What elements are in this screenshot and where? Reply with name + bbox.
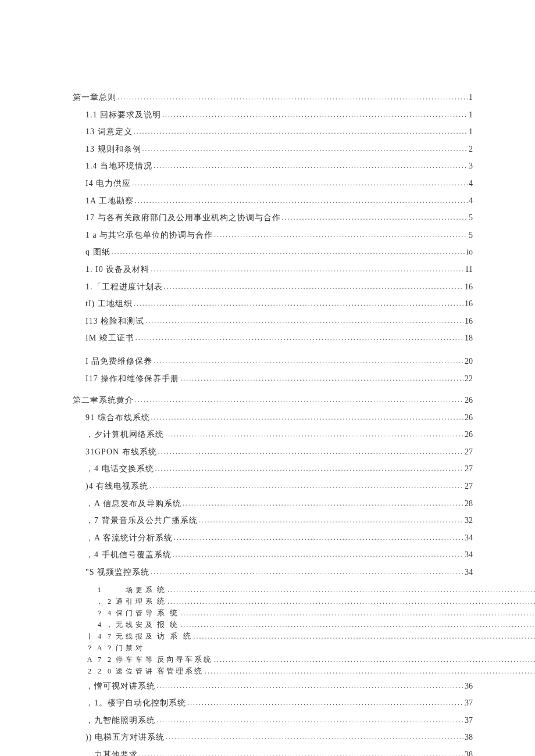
- toc-page-number: 34: [463, 567, 473, 578]
- toc-page-number: 5: [468, 212, 473, 224]
- toc-vrow: 访 系 统36: [155, 630, 535, 642]
- toc-vrow-label: 报 统: [155, 619, 179, 630]
- toc-leader-dots: [192, 630, 536, 642]
- toc-entry-label: ，夕计算机网络系统: [85, 429, 164, 440]
- toc-entry-label: 13 词意定义: [85, 126, 133, 138]
- toc-leader-dots: [165, 732, 463, 742]
- toc-leader-dots: [166, 596, 535, 607]
- toc-entry: ，力其他要求38: [73, 749, 473, 756]
- toc-leader-dots: [141, 144, 468, 154]
- toc-page-number: 4: [468, 195, 473, 207]
- toc-entry: I17 操作和维修保养手册22: [73, 373, 473, 385]
- toc-leader-dots: [163, 282, 464, 292]
- toc-leader-dots: [164, 429, 463, 439]
- toc-entry: ，4 手机信号覆盖系统34: [73, 549, 473, 561]
- toc-vrow-label: 反向寻车系统: [155, 654, 213, 665]
- toc-vrow: 反向寻车系统36: [155, 654, 535, 665]
- toc-entry: 第二聿系统黄介26: [73, 395, 473, 406]
- toc-page-number: 22: [463, 373, 473, 385]
- toc-entry-label: 第一章总则: [73, 92, 116, 103]
- toc-page: 第一章总则11.1 回标要求及说明113 词意定义113 规则和条例21.4 当…: [73, 81, 473, 756]
- toc-page-number: 16: [463, 316, 473, 327]
- toc-entry: 31GPON 布线系统27: [73, 446, 473, 458]
- toc-leader-dots: [149, 567, 463, 577]
- toc-entry: 第一章总则1: [73, 92, 473, 103]
- toc-leader-dots: [198, 515, 464, 525]
- toc-list-main: 第一章总则11.1 回标要求及说明113 词意定义113 规则和条例21.4 当…: [73, 92, 473, 578]
- toc-entry: ，A 信息发布及导购系统28: [73, 498, 473, 510]
- toc-entry: 1.「工程进度计划表16: [73, 281, 473, 293]
- toc-entry-label: 1.1 回标要求及说明: [85, 109, 161, 121]
- toc-entry-label: ，力其他要求: [85, 749, 138, 756]
- toc-leader-dots: [166, 584, 535, 596]
- toc-vertical-block: 丨？A21，？44A72 24，7？20 通保无无门停速场引门线线禁车位更理管安…: [85, 584, 473, 677]
- toc-leader-dots: [152, 161, 468, 171]
- toc-leader-dots: [173, 533, 463, 543]
- toc-entry: )) 电梯五方对讲系统38: [73, 732, 473, 743]
- toc-vrow: 统35: [155, 584, 535, 596]
- toc-page-number: 1: [468, 109, 473, 121]
- toc-entry: ，7 背景音乐及公共广播系统32: [73, 515, 473, 526]
- toc-list-after: ，憎可视对讲系统36，1。楼宇自动化控制系统37，九智能照明系统37)) 电梯五…: [73, 680, 473, 756]
- toc-leader-dots: [161, 110, 468, 120]
- toc-page-number: 37: [463, 715, 473, 726]
- toc-entry-label: I4 电力供应: [85, 178, 131, 189]
- toc-entry: 13 词意定义1: [73, 126, 473, 138]
- toc-entry-label: 1. I0 设备及材料: [85, 264, 149, 275]
- toc-entry: I 品免费维修保养20: [73, 356, 473, 367]
- toc-leader-dots: [133, 299, 463, 309]
- toc-leader-dots: [148, 481, 463, 491]
- toc-leader-dots: [131, 178, 468, 188]
- toc-entry-label: ，1。楼宇自动化控制系统: [85, 697, 186, 709]
- toc-vertical-columns: 丨？A21，？44A72 24，7？20 通保无无门停速场引门线线禁车位更理管安…: [85, 584, 155, 677]
- toc-entry: q 图纸io: [73, 246, 473, 258]
- toc-page-number: 26: [463, 412, 473, 424]
- toc-entry-label: 1 a 与其它承包单位的协调与合作: [85, 230, 213, 241]
- toc-page-number: 27: [463, 463, 473, 475]
- toc-entry-label: ，4 电话交换系统: [85, 463, 154, 475]
- toc-entry: IM 竣工证书18: [73, 332, 473, 344]
- toc-page-number: 18: [463, 332, 473, 344]
- toc-page-number: 20: [463, 356, 473, 367]
- toc-entry: 1. I0 设备及材料11: [73, 264, 473, 275]
- toc-leader-dots: [150, 413, 464, 422]
- toc-entry-label: IM 竣工证书: [85, 332, 134, 344]
- toc-vcol: 更理管安报对车管: [135, 584, 145, 677]
- toc-leader-dots: [138, 750, 463, 756]
- toc-page-number: 36: [463, 680, 473, 692]
- toc-page-number: 16: [463, 298, 473, 310]
- toc-entry: 13 规则和条例2: [73, 144, 473, 155]
- toc-leader-dots: [157, 447, 463, 457]
- toc-entry-label: ，7 背景音乐及公共广播系统: [85, 515, 198, 526]
- toc-page-number: 1: [468, 92, 473, 103]
- toc-entry: ，九智能照明系统37: [73, 715, 473, 726]
- toc-vrow-label: [155, 642, 160, 654]
- toc-entry-label: 91 综合布线系统: [85, 412, 150, 424]
- toc-leader-dots: [181, 499, 463, 508]
- toc-entry-label: I 品免费维修保养: [85, 356, 152, 367]
- toc-entry-label: )4 有线电视系统: [85, 481, 148, 492]
- toc-entry-label: 31GPON 布线系统: [85, 446, 157, 458]
- toc-entry: ，A 客流统计分析系统34: [73, 532, 473, 544]
- toc-entry-label: I13 检险和测试: [85, 316, 144, 327]
- toc-leader-dots: [155, 715, 463, 725]
- toc-leader-dots: [155, 681, 463, 691]
- toc-entry: ，1。楼宇自动化控制系统37: [73, 697, 473, 709]
- toc-vertical-rows: 统35统35系 统35报 统35访 系 统36 反向寻车系统36客管理系统36: [155, 584, 535, 677]
- toc-page-number: 27: [463, 481, 473, 492]
- toc-vrow-label: 访 系 统: [155, 630, 192, 642]
- toc-entry-label: 13 规则和条例: [85, 144, 141, 155]
- toc-entry: ，4 电话交换系统27: [73, 463, 473, 475]
- toc-page-number: 34: [463, 532, 473, 544]
- toc-vcol: 1，？44A72: [95, 584, 105, 677]
- toc-page-number: 38: [463, 732, 473, 743]
- toc-leader-dots: [179, 619, 535, 630]
- toc-vrow-label: 统: [155, 584, 166, 596]
- toc-entry-label: ，九智能照明系统: [85, 715, 155, 726]
- toc-page-number: 34: [463, 549, 473, 561]
- toc-entry: tI) 工地组织16: [73, 298, 473, 310]
- toc-leader-dots: [144, 316, 463, 326]
- toc-entry-label: 17 与各有关政府部门及公用事业机构之协调与合作: [85, 212, 281, 224]
- toc-entry: 1.4 当地环境情况3: [73, 160, 473, 172]
- toc-page-number: 27: [463, 446, 473, 458]
